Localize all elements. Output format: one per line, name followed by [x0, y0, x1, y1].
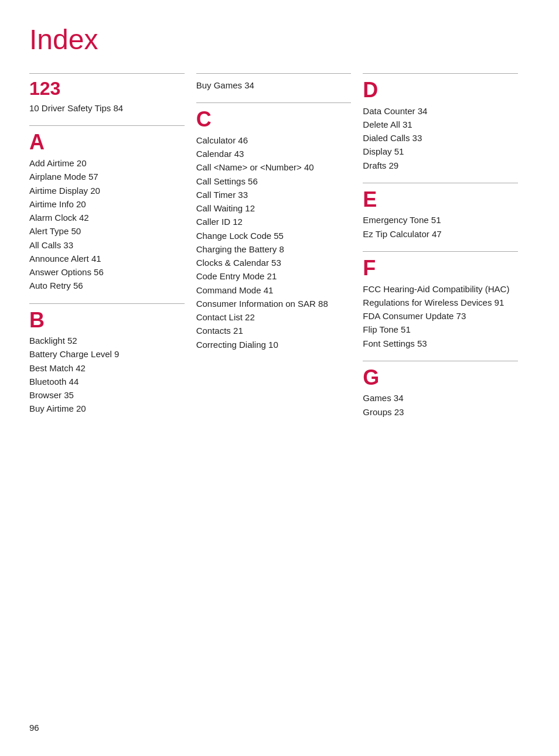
index-entry: FDA Consumer Update 73	[363, 309, 518, 323]
index-entry: Dialed Calls 33	[363, 131, 518, 145]
section-D: DData Counter 34Delete All 31Dialed Call…	[363, 73, 518, 172]
index-entry: Bluetooth 44	[29, 375, 185, 388]
index-entry: Call <Name> or <Number> 40	[196, 160, 352, 174]
index-entry: Charging the Battery 8	[196, 242, 352, 256]
index-entry: Airtime Info 20	[29, 197, 185, 211]
section-rule	[363, 361, 518, 361]
index-entry: Alarm Clock 42	[29, 211, 185, 224]
index-entry: Command Mode 41	[196, 283, 352, 297]
index-entry: Call Timer 33	[196, 188, 352, 201]
index-entry: Buy Games 34	[196, 78, 352, 92]
section-E: EEmergency Tone 51Ez Tip Calculator 47	[363, 183, 518, 241]
section-none: Buy Games 34	[196, 73, 352, 92]
section-heading: B	[29, 309, 185, 332]
index-entry: All Calls 33	[29, 238, 185, 252]
index-entry: Announce Alert 41	[29, 252, 185, 265]
section-rule	[29, 125, 185, 126]
index-entry: Consumer Information on SAR 88	[196, 297, 352, 310]
index-entry: Battery Charge Level 9	[29, 347, 185, 361]
index-entry: Flip Tone 51	[363, 323, 518, 336]
index-entry: Ez Tip Calculator 47	[363, 227, 518, 241]
index-entry: Delete All 31	[363, 118, 518, 131]
index-entry: Correcting Dialing 10	[196, 338, 352, 351]
index-entry: Buy Airtime 20	[29, 402, 185, 415]
section-A: AAdd Airtime 20Airplane Mode 57Airtime D…	[29, 125, 185, 292]
index-entry: Font Settings 53	[363, 337, 518, 350]
section-heading: 123	[29, 78, 185, 99]
index-entry: Airplane Mode 57	[29, 170, 185, 183]
index-entry: Contact List 22	[196, 310, 352, 324]
index-entry: Auto Retry 56	[29, 279, 185, 292]
index-columns: 12310 Driver Safety Tips 84AAdd Airtime …	[29, 73, 530, 429]
index-entry: Airtime Display 20	[29, 184, 185, 197]
index-entry: Groups 23	[363, 405, 518, 419]
index-entry: Clocks & Calendar 53	[196, 256, 352, 269]
index-entry: Best Match 42	[29, 361, 185, 375]
index-entry: 10 Driver Safety Tips 84	[29, 101, 185, 115]
section-heading: C	[196, 108, 352, 131]
index-entry: Emergency Tone 51	[363, 213, 518, 227]
column-1: 12310 Driver Safety Tips 84AAdd Airtime …	[29, 73, 196, 429]
section-heading: E	[363, 188, 518, 211]
index-entry: FCC Hearing-Aid Compatibility (HAC) Regu…	[363, 282, 518, 310]
section-rule	[196, 73, 352, 74]
section-rule	[363, 183, 518, 183]
index-entry: Contacts 21	[196, 324, 352, 337]
index-entry: Browser 35	[29, 388, 185, 402]
column-2: Buy Games 34CCalculator 46Calendar 43Cal…	[196, 73, 363, 429]
section-F: FFCC Hearing-Aid Compatibility (HAC) Reg…	[363, 251, 518, 350]
index-entry: Change Lock Code 55	[196, 229, 352, 242]
section-123: 12310 Driver Safety Tips 84	[29, 73, 185, 115]
index-entry: Calendar 43	[196, 147, 352, 160]
section-rule	[363, 73, 518, 74]
section-G: GGames 34Groups 23	[363, 361, 518, 419]
column-3: DData Counter 34Delete All 31Dialed Call…	[363, 73, 530, 429]
section-rule	[196, 102, 352, 103]
index-entry: Add Airtime 20	[29, 156, 185, 170]
section-heading: F	[363, 256, 518, 280]
page-number: 96	[29, 723, 39, 733]
index-entry: Display 51	[363, 145, 518, 158]
index-entry: Backlight 52	[29, 334, 185, 347]
section-heading: A	[29, 131, 185, 154]
section-heading: D	[363, 78, 518, 102]
index-entry: Call Settings 56	[196, 175, 352, 188]
section-rule	[29, 73, 185, 74]
index-entry: Caller ID 12	[196, 215, 352, 228]
index-entry: Answer Options 56	[29, 265, 185, 279]
index-entry: Drafts 29	[363, 159, 518, 172]
index-entry: Call Waiting 12	[196, 201, 352, 215]
section-C: CCalculator 46Calendar 43Call <Name> or …	[196, 102, 352, 351]
section-rule	[363, 251, 518, 252]
section-rule	[29, 303, 185, 304]
index-entry: Calculator 46	[196, 134, 352, 147]
section-heading: G	[363, 366, 518, 389]
index-entry: Code Entry Mode 21	[196, 269, 352, 283]
index-entry: Alert Type 50	[29, 224, 185, 238]
page-title: Index	[29, 23, 530, 56]
section-B: BBacklight 52Battery Charge Level 9Best …	[29, 303, 185, 416]
index-entry: Data Counter 34	[363, 104, 518, 118]
index-entry: Games 34	[363, 391, 518, 405]
